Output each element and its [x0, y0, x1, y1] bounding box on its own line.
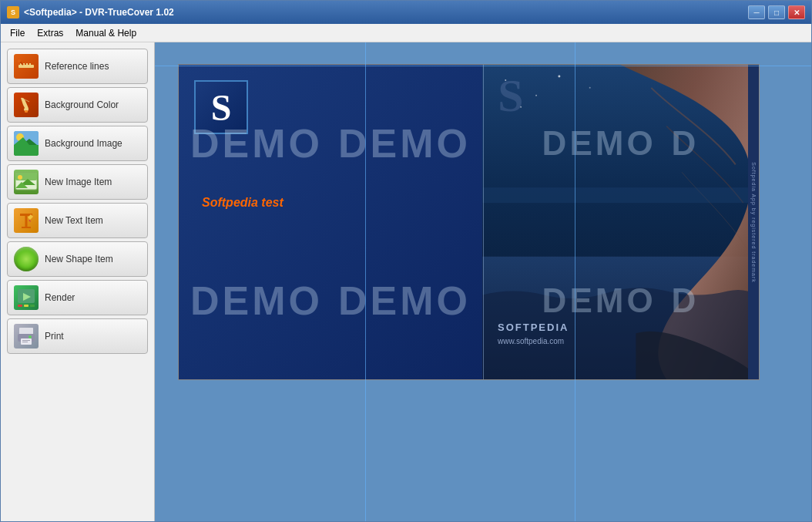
svg-rect-33 [482, 187, 758, 203]
new-shape-icon [14, 247, 39, 271]
new-text-item-label: New Text Item [45, 215, 103, 226]
render-icon [14, 285, 39, 310]
cover-subtitle: Softpedia test [202, 196, 284, 210]
svg-point-35 [535, 95, 537, 96]
cover-design[interactable]: S Softpedia test DEMO DEMO DEMO DEMO [178, 64, 760, 380]
background-color-label: Background Color [45, 99, 119, 110]
new-text-item-button[interactable]: New Text Item [7, 203, 148, 238]
background-image-button[interactable]: Background Image [7, 126, 148, 161]
svg-rect-7 [25, 110, 28, 113]
menu-bar: File Extras Manual & Help [1, 24, 811, 42]
sidebar: Reference lines Background Color [1, 42, 155, 521]
ref-line-horizontal-top [155, 66, 811, 66]
landscape-icon [14, 131, 39, 156]
close-button[interactable]: ✕ [788, 5, 805, 19]
title-bar: S <Softpedia> - DVR-TrueCover 1.02 ─ □ ✕ [1, 1, 811, 24]
minimize-button[interactable]: ─ [748, 5, 765, 19]
cover-logo: S [194, 80, 248, 134]
spine-text: Softpedia App by registered trademark [751, 162, 757, 282]
svg-point-37 [589, 87, 591, 89]
main-content: Reference lines Background Color [1, 42, 811, 521]
demo-row-bottom: DEMO DEMO [190, 278, 471, 324]
reference-lines-button[interactable]: Reference lines [7, 49, 148, 84]
print-icon [14, 324, 39, 349]
svg-text:S: S [498, 70, 523, 121]
new-shape-item-button[interactable]: New Shape Item [7, 241, 148, 277]
window-controls: ─ □ ✕ [748, 5, 805, 19]
ocean-photo: S SOFTPEDIA www.softpedia.com DEMO D [482, 65, 759, 379]
menu-file[interactable]: File [4, 26, 31, 40]
new-image-item-label: New Image Item [45, 177, 112, 187]
softpedia-url: www.softpedia.com [498, 337, 564, 345]
canvas-area[interactable]: S Softpedia test DEMO DEMO DEMO DEMO [155, 42, 811, 521]
new-text-icon [14, 208, 39, 233]
cover-right-panel: S SOFTPEDIA www.softpedia.com DEMO D [482, 65, 759, 379]
new-image-item-button[interactable]: New Image Item [7, 164, 148, 200]
svg-rect-22 [18, 305, 22, 307]
render-label: Render [45, 292, 75, 303]
svg-rect-28 [22, 340, 30, 341]
cover-left-panel: S Softpedia test DEMO DEMO DEMO DEMO [179, 65, 482, 379]
restore-button[interactable]: □ [768, 5, 785, 19]
render-button[interactable]: Render [7, 280, 148, 315]
spine-label: Softpedia App by registered trademark [748, 65, 759, 379]
background-image-label: Background Image [45, 138, 122, 149]
svg-rect-0 [18, 65, 34, 68]
app-icon: S [7, 6, 19, 19]
main-window: S <Softpedia> - DVR-TrueCover 1.02 ─ □ ✕… [0, 0, 812, 522]
new-image-icon [14, 170, 39, 194]
demo-word-3: DEMO [190, 278, 323, 324]
svg-point-6 [18, 59, 21, 62]
svg-point-36 [558, 75, 560, 77]
menu-extras[interactable]: Extras [31, 26, 69, 40]
ruler-icon [14, 54, 39, 79]
svg-rect-9 [14, 145, 39, 156]
svg-point-15 [18, 175, 22, 180]
cover-divider [483, 65, 484, 379]
demo-word-2: DEMO [338, 120, 471, 167]
ref-line-vertical-right [575, 42, 575, 521]
svg-rect-23 [24, 305, 29, 307]
window-title: <Softpedia> - DVR-TrueCover 1.02 [24, 7, 748, 18]
paint-brush-icon [14, 93, 39, 117]
new-shape-item-label: New Shape Item [45, 254, 113, 264]
svg-rect-3 [26, 63, 28, 65]
print-button[interactable]: Print [7, 318, 148, 354]
svg-rect-24 [30, 305, 35, 307]
ref-line-vertical-left [365, 42, 366, 521]
print-label: Print [45, 331, 64, 342]
svg-rect-4 [29, 63, 31, 65]
logo-letter: S [211, 86, 232, 129]
demo-word-4: DEMO [338, 278, 471, 324]
svg-rect-29 [22, 342, 28, 342]
reference-lines-label: Reference lines [45, 61, 109, 72]
svg-point-30 [29, 335, 32, 338]
background-color-button[interactable]: Background Color [7, 87, 148, 123]
softpedia-brand: SOFTPEDIA [498, 322, 569, 333]
menu-manual[interactable]: Manual & Help [69, 26, 143, 40]
